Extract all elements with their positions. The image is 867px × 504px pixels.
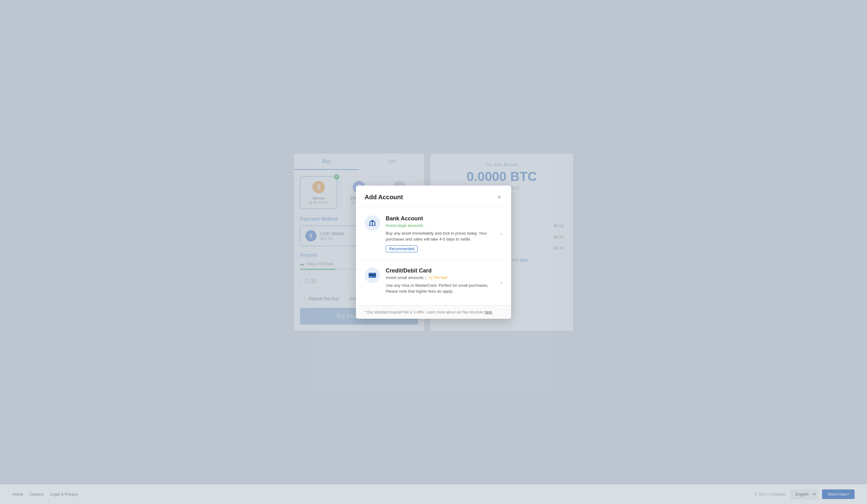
modal-body: Bank Account Invest large amounts Buy an… [356, 208, 511, 305]
svg-rect-0 [369, 225, 376, 226]
bank-account-desc: Buy any asset immediately and lock in pr… [386, 230, 492, 243]
bank-chevron-icon: › [501, 230, 502, 237]
card-account-desc: Use any Visa or MasterCard. Perfect for … [386, 282, 492, 294]
svg-rect-1 [369, 222, 370, 225]
modal-footer: * Our standard buy/sell fee is 1.49%. Le… [356, 305, 511, 319]
modal-close-button[interactable]: × [496, 192, 502, 202]
add-account-modal: Add Account × Bank Account Invest l [356, 185, 511, 319]
fee-structure-link[interactable]: here [485, 310, 492, 314]
svg-rect-2 [372, 222, 373, 225]
card-icon [365, 268, 380, 283]
card-subtitle-prefix: Invest small amounts [386, 275, 424, 280]
svg-rect-3 [375, 222, 375, 225]
bank-account-subtitle: Invest large amounts [386, 223, 492, 228]
card-subtitle-pipe: | [426, 275, 428, 280]
card-account-title: Credit/Debit Card [386, 268, 492, 274]
card-account-option[interactable]: Credit/Debit Card Invest small amounts |… [356, 260, 511, 305]
modal-title: Add Account [365, 194, 403, 201]
bank-icon [365, 215, 380, 231]
modal-header: Add Account × [356, 185, 511, 208]
recommended-badge: Recommended [386, 246, 418, 252]
modal-overlay: Add Account × Bank Account Invest l [0, 0, 867, 504]
svg-marker-4 [369, 220, 376, 222]
card-chevron-icon: › [501, 279, 502, 286]
bank-account-title: Bank Account [386, 215, 492, 222]
card-subtitle-fee: +2.5% fee* [428, 275, 448, 280]
bank-account-content: Bank Account Invest large amounts Buy an… [386, 215, 492, 252]
svg-rect-7 [369, 276, 372, 277]
modal-footer-text: * Our standard buy/sell fee is 1.49%. Le… [365, 310, 493, 314]
bank-account-option[interactable]: Bank Account Invest large amounts Buy an… [356, 208, 511, 260]
card-account-content: Credit/Debit Card Invest small amounts |… [386, 268, 492, 298]
svg-rect-6 [368, 274, 376, 276]
card-account-subtitle: Invest small amounts | +2.5% fee* [386, 275, 492, 280]
